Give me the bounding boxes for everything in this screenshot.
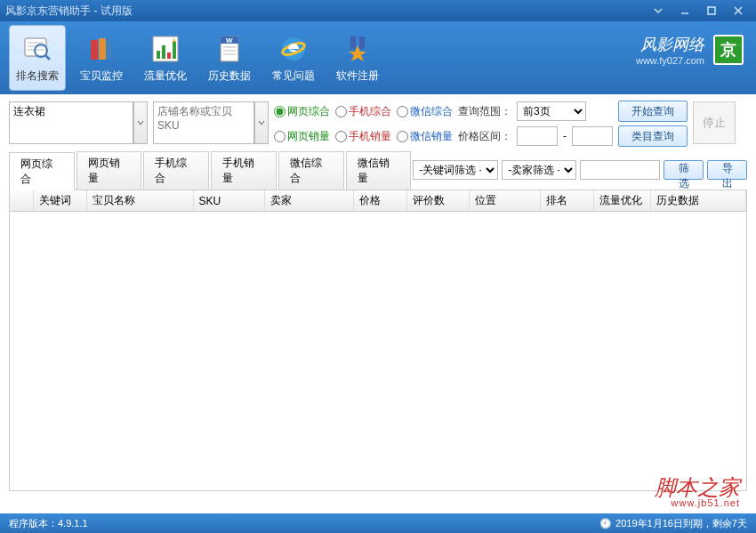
window-title: 风影京东营销助手 - 试用版 <box>5 4 644 19</box>
result-table: 关键词 宝贝名称 SKU 卖家 价格 评价数 位置 排名 流量优化 历史数据 <box>10 190 746 212</box>
brand-name: 风影网络 <box>636 34 704 55</box>
svg-text:W: W <box>226 36 233 44</box>
toolbar-history-data[interactable]: W 历史数据 <box>201 25 258 91</box>
price-separator: - <box>563 130 567 142</box>
toolbar-faq[interactable]: 常见问题 <box>265 25 322 91</box>
tab-wechat-sales[interactable]: 微信销量 <box>346 151 412 190</box>
col-seller[interactable]: 卖家 <box>264 190 353 212</box>
col-keyword[interactable]: 关键词 <box>33 190 86 212</box>
svg-rect-17 <box>173 42 176 59</box>
svg-rect-27 <box>350 36 356 49</box>
tab-wechat-comprehensive[interactable]: 微信综合 <box>278 151 344 190</box>
document-icon: W <box>213 33 245 65</box>
result-table-wrap[interactable]: 关键词 宝贝名称 SKU 卖家 价格 评价数 位置 排名 流量优化 历史数据 <box>9 190 747 491</box>
books-icon <box>85 33 117 65</box>
toolbar-label: 排名搜索 <box>16 69 59 84</box>
col-item-name[interactable]: 宝贝名称 <box>86 190 193 212</box>
svg-rect-1 <box>708 7 715 14</box>
star-badge-icon <box>342 33 374 65</box>
col-position[interactable]: 位置 <box>469 190 540 212</box>
range-label: 查询范围： <box>458 104 511 119</box>
brand-url: www.fy027.com <box>636 55 704 66</box>
toolbar-label: 流量优化 <box>144 69 187 84</box>
maximize-button[interactable] <box>699 3 724 19</box>
ie-icon <box>277 33 310 65</box>
toolbar-register[interactable]: 软件注册 <box>329 25 386 91</box>
radio-web-sales[interactable]: 网页销量 <box>274 129 330 144</box>
minimize-button[interactable] <box>672 3 697 19</box>
radio-mobile-sales[interactable]: 手机销量 <box>335 129 391 144</box>
toolbar-label: 历史数据 <box>208 69 251 84</box>
filter-button[interactable]: 筛选 <box>664 160 704 180</box>
svg-rect-28 <box>359 36 365 49</box>
col-history[interactable]: 历史数据 <box>650 190 746 212</box>
toolbar-traffic-optimize[interactable]: 流量优化 <box>137 25 194 91</box>
version-info: 程序版本：4.9.1.1 <box>9 517 599 530</box>
col-sku[interactable]: SKU <box>193 190 264 212</box>
svg-rect-16 <box>167 52 171 59</box>
expiry-info: 2019年1月16日到期，剩余7天 <box>615 517 747 530</box>
magnifier-icon <box>21 33 53 65</box>
svg-line-9 <box>45 55 50 60</box>
title-bar: 风影京东营销助手 - 试用版 <box>0 0 756 21</box>
radio-mobile-comprehensive[interactable]: 手机综合 <box>335 104 391 119</box>
brand-area: 风影网络 www.fy027.com 京 <box>636 34 744 66</box>
shop-input[interactable] <box>153 101 254 144</box>
toolbar-item-monitor[interactable]: 宝贝监控 <box>73 25 130 91</box>
col-price[interactable]: 价格 <box>353 190 406 212</box>
toolbar-rank-search[interactable]: 排名搜索 <box>9 25 66 91</box>
close-button[interactable] <box>726 3 751 19</box>
svg-rect-11 <box>99 38 106 60</box>
status-bar: 程序版本：4.9.1.1 🕘 2019年1月16日到期，剩余7天 <box>0 513 756 533</box>
stop-button: 停止 <box>693 101 736 144</box>
toolbar-label: 常见问题 <box>272 69 315 84</box>
category-search-button[interactable]: 类目查询 <box>618 125 688 147</box>
watermark-url: www.jb51.net <box>655 498 740 508</box>
toolbar-label: 软件注册 <box>336 69 379 84</box>
radio-wechat-sales[interactable]: 微信销量 <box>397 129 453 144</box>
toolbar-label: 宝贝监控 <box>80 69 123 84</box>
start-search-button[interactable]: 开始查询 <box>618 101 688 122</box>
range-select[interactable]: 前3页 <box>517 101 586 121</box>
svg-rect-15 <box>162 45 165 59</box>
filter-text-input[interactable] <box>580 160 660 180</box>
radio-web-comprehensive[interactable]: 网页综合 <box>274 104 330 119</box>
keyword-dropdown-button[interactable] <box>133 101 148 144</box>
clock-icon: 🕘 <box>599 518 612 529</box>
col-reviews[interactable]: 评价数 <box>406 190 469 212</box>
tabs-row: 网页综合 网页销量 手机综合 手机销量 微信综合 微信销量 -关键词筛选 - -… <box>9 151 747 190</box>
price-min-input[interactable] <box>517 126 558 146</box>
col-traffic[interactable]: 流量优化 <box>593 190 650 212</box>
watermark-text: 脚本之家 <box>655 477 740 498</box>
brand-logo-icon: 京 <box>713 35 744 65</box>
main-toolbar: 排名搜索 宝贝监控 流量优化 W 历史数据 常见问题 软件注册 风影网络 www… <box>0 21 756 94</box>
tab-mobile-comprehensive[interactable]: 手机综合 <box>143 151 209 190</box>
export-button[interactable]: 导出 <box>707 160 747 180</box>
seller-filter-select[interactable]: -卖家筛选 - <box>502 160 576 180</box>
svg-rect-12 <box>107 42 112 60</box>
keyword-filter-select[interactable]: -关键词筛选 - <box>413 160 498 180</box>
dropdown-window-button[interactable] <box>646 3 671 19</box>
chart-icon <box>149 33 181 65</box>
svg-rect-14 <box>157 51 160 59</box>
radio-wechat-comprehensive[interactable]: 微信综合 <box>397 104 453 119</box>
tab-mobile-sales[interactable]: 手机销量 <box>211 151 277 190</box>
shop-dropdown-button[interactable] <box>254 101 269 144</box>
col-rank[interactable]: 排名 <box>540 190 593 212</box>
tab-web-comprehensive[interactable]: 网页综合 <box>9 152 75 190</box>
work-area: 网页综合 手机综合 微信综合 网页销量 手机销量 微信销量 查询范围： 前3页 … <box>0 94 756 495</box>
col-index[interactable] <box>10 190 33 212</box>
tab-web-sales[interactable]: 网页销量 <box>76 151 142 190</box>
watermark: 脚本之家 www.jb51.net <box>655 477 740 508</box>
price-label: 价格区间： <box>458 129 511 144</box>
price-max-input[interactable] <box>572 126 613 146</box>
keyword-input[interactable] <box>9 101 133 144</box>
svg-rect-10 <box>91 40 98 60</box>
